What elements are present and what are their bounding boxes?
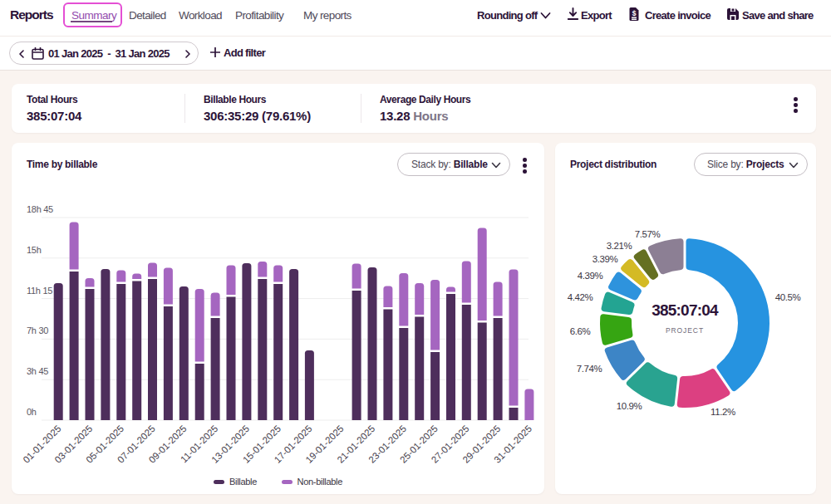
svg-text:4.39%: 4.39% bbox=[578, 271, 603, 281]
svg-text:18h 45: 18h 45 bbox=[27, 204, 53, 214]
svg-text:11h 15: 11h 15 bbox=[27, 286, 52, 296]
svg-text:7h 30: 7h 30 bbox=[27, 325, 48, 335]
svg-text:0h: 0h bbox=[27, 407, 37, 417]
svg-text:3h 45: 3h 45 bbox=[27, 366, 48, 376]
svg-text:3.39%: 3.39% bbox=[593, 254, 618, 264]
svg-text:3.21%: 3.21% bbox=[607, 241, 632, 251]
svg-text:7.74%: 7.74% bbox=[577, 364, 602, 374]
svg-text:40.5%: 40.5% bbox=[775, 292, 801, 302]
svg-text:385:07:04: 385:07:04 bbox=[652, 301, 719, 319]
svg-text:4.42%: 4.42% bbox=[568, 292, 593, 302]
svg-text:10.9%: 10.9% bbox=[617, 401, 642, 411]
svg-text:7.57%: 7.57% bbox=[635, 229, 661, 239]
svg-text:15h: 15h bbox=[27, 245, 42, 255]
svg-text:11.2%: 11.2% bbox=[711, 407, 735, 417]
svg-text:6.6%: 6.6% bbox=[570, 326, 591, 336]
svg-text:$: $ bbox=[632, 9, 637, 17]
svg-text:PROJECT: PROJECT bbox=[666, 326, 704, 335]
